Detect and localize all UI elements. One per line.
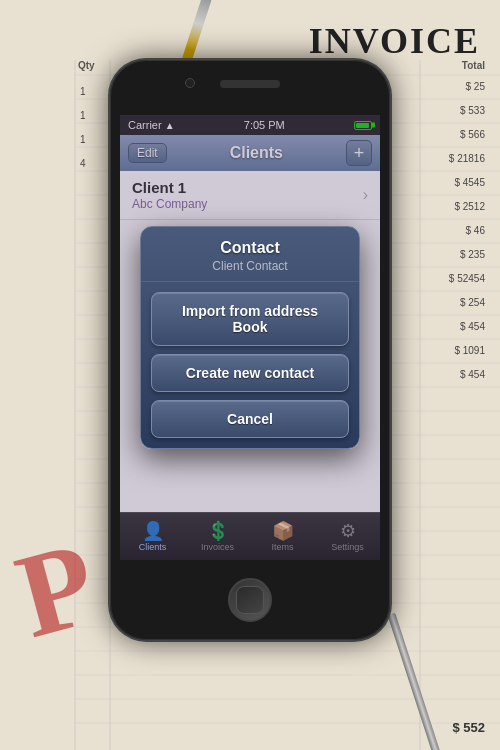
dialog-title: Contact [157, 239, 343, 257]
qty-label: Qty [78, 60, 95, 71]
bottom-total: $ 552 [452, 720, 485, 735]
phone-camera [185, 78, 195, 88]
total-label: Total [462, 60, 485, 71]
invoice-title: INVOICE [309, 20, 480, 62]
contact-dialog: Contact Client Contact Import from addre… [140, 226, 360, 449]
phone-screen: Carrier ▲ 7:05 PM Edit Clients + Client … [120, 115, 380, 560]
qty-values: 1 1 1 4 [80, 75, 86, 171]
home-button[interactable] [228, 578, 272, 622]
modal-overlay: Contact Client Contact Import from addre… [120, 115, 380, 560]
cancel-button[interactable]: Cancel [151, 400, 349, 438]
home-button-inner [236, 586, 264, 614]
dialog-buttons: Import from address Book Create new cont… [141, 282, 359, 448]
invoice-amounts: $ 25 $ 533 $ 566 $ 21816 $ 4545 $ 2512 $… [449, 75, 485, 387]
dialog-subtitle: Client Contact [157, 259, 343, 273]
phone-speaker [220, 80, 280, 88]
create-new-contact-button[interactable]: Create new contact [151, 354, 349, 392]
dialog-header: Contact Client Contact [141, 227, 359, 282]
import-address-book-button[interactable]: Import from address Book [151, 292, 349, 346]
phone-frame: Carrier ▲ 7:05 PM Edit Clients + Client … [110, 60, 390, 640]
